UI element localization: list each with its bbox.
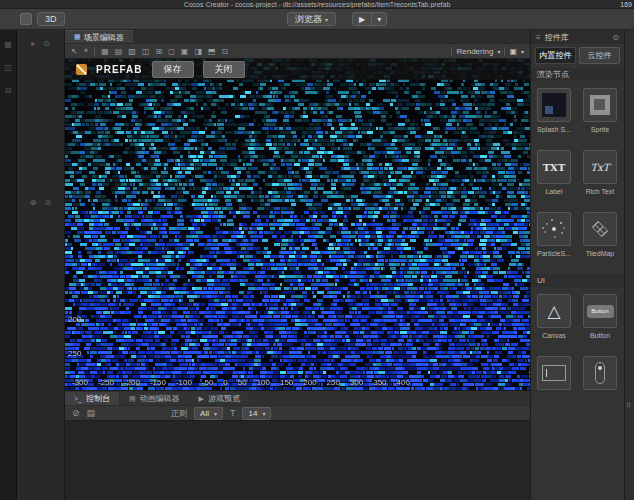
search-icon[interactable]: ⊙ [43, 39, 50, 48]
horizontal-ruler: -300 -250 -200 -150 -100 -50 0 50 100 15… [72, 378, 410, 387]
log-file-icon[interactable]: ▤ [87, 408, 96, 418]
add-node-icon[interactable]: ⊕ [30, 198, 37, 207]
canvas-icon: △ [537, 294, 571, 328]
ruler-label: -300 [72, 378, 88, 387]
font-size-select[interactable]: 14 ▾ [242, 407, 271, 420]
gizmo-rotation-icon[interactable]: ▤ [115, 47, 123, 56]
gizmo-rect-icon[interactable]: ◫ [142, 47, 150, 56]
scene-tab-label: 场景编辑器 [84, 32, 124, 43]
target-tool-icon[interactable]: ⌖ [84, 46, 89, 56]
play-icon: ▶ [199, 395, 204, 403]
3d-mode-button[interactable]: 3D [37, 12, 65, 26]
align-left-icon[interactable]: ◨ [194, 47, 202, 56]
tab-game-preview[interactable]: ▶ 游戏预览 [190, 392, 249, 405]
console-toolbar: ⊘ ▤ 正则 All ▾ T 14 ▾ [65, 405, 530, 421]
rendering-mode-label[interactable]: Rendering [456, 47, 493, 56]
search-icon[interactable]: ⊙ [45, 198, 52, 207]
ruler-label: -250 [98, 378, 114, 387]
ruler-label: 200 [68, 315, 81, 324]
widget-particle-system[interactable]: ParticleS... [531, 212, 577, 257]
widget-rich-text[interactable]: TxT Rich Text [577, 150, 623, 195]
console-output[interactable] [65, 421, 530, 500]
chevron-down-icon[interactable]: ▾ [372, 13, 386, 25]
scene-editor-panel: ▦ 场景编辑器 ↖ ⌖ ▦ ▤ ▧ ◫ ⊞ ◻ ▣ ◨ ⬒ ⊡ Renderin… [65, 30, 530, 390]
menu-icon[interactable]: ≡ [536, 33, 541, 42]
terminal-icon: >_ [74, 395, 82, 402]
ruler-label: -200 [124, 378, 140, 387]
scene-toolbar-right: Rendering ▾ ▣ ▾ [451, 47, 524, 56]
drag-handle-icon[interactable]: ⠿ [626, 402, 631, 410]
play-icon[interactable]: ▶ [353, 13, 371, 25]
pin-icon[interactable]: ⊙ [612, 33, 619, 42]
widget-button[interactable]: Button Button [577, 294, 623, 339]
scene-tabbar: ▦ 场景编辑器 [65, 30, 530, 43]
widget-library-panel: ≡ 控件库 ⊙ 内置控件 云控件 渲染节点 Splash S... Sprite… [530, 30, 624, 500]
clear-console-icon[interactable]: ⊘ [72, 408, 80, 418]
align-top-icon[interactable]: ⊞ [155, 47, 162, 56]
chevron-down-icon: ▾ [325, 16, 328, 23]
titlebar-counter: 169 [620, 0, 632, 9]
layers-icon[interactable] [20, 13, 32, 25]
rich-text-icon: TxT [583, 150, 617, 184]
tab-console[interactable]: >_ 控制台 [65, 392, 119, 405]
widget-tiled-map[interactable]: TiledMap [577, 212, 623, 257]
ruler-label: 200 [303, 378, 316, 387]
widget-label: Label [545, 188, 562, 195]
ruler-label: 50 [238, 378, 247, 387]
gizmo-scale-icon[interactable]: ▧ [128, 47, 136, 56]
tab-builtin-widgets[interactable]: 内置控件 [535, 47, 576, 64]
ruler-label: 250 [327, 378, 340, 387]
widget-canvas[interactable]: △ Canvas [531, 294, 577, 339]
scene-viewport[interactable]: PREFAB 保存 关闭 -300 -250 -200 -150 -100 -5… [65, 59, 530, 390]
widget-edit-box[interactable] [531, 356, 577, 390]
button-icon: Button [583, 294, 617, 328]
cursor-tool-icon[interactable]: ↖ [71, 47, 78, 56]
font-size-icon: T [230, 408, 236, 418]
prefab-save-button[interactable]: 保存 [152, 61, 194, 78]
collapse-panel-icon[interactable]: ⊟ [5, 86, 12, 95]
edit-box-icon [537, 356, 571, 390]
prefab-close-button[interactable]: 关闭 [203, 61, 245, 78]
ruler-label: 400 [397, 378, 410, 387]
widget-library-header: ≡ 控件库 ⊙ [531, 30, 624, 44]
console-tab-label: 控制台 [86, 393, 110, 404]
chevron-down-icon[interactable]: ▾ [497, 48, 500, 55]
columns-panel-icon[interactable]: ◫ [4, 63, 12, 72]
widget-label: Button [590, 332, 610, 339]
tiled-map-icon [583, 212, 617, 246]
ruler-label: 300 [350, 378, 363, 387]
camera-icon[interactable]: ▣ [509, 47, 517, 56]
prefab-mode-label: PREFAB [96, 64, 143, 75]
scene-viewport-canvas[interactable] [65, 59, 530, 390]
splash-icon [537, 88, 571, 122]
gizmo-position-icon[interactable]: ▦ [101, 47, 109, 56]
prefab-edit-bar: PREFAB 保存 关闭 [65, 59, 530, 80]
align-bottom-icon[interactable]: ▣ [181, 47, 189, 56]
chevron-down-icon[interactable]: ▾ [521, 48, 524, 55]
ruler-label: -100 [176, 378, 192, 387]
align-right-icon[interactable]: ⊡ [222, 47, 229, 56]
tab-scene-editor[interactable]: ▦ 场景编辑器 [65, 30, 133, 43]
align-vcenter-icon[interactable]: ◻ [168, 47, 175, 56]
chevron-down-icon: ▾ [214, 410, 217, 417]
widget-library-tabs: 内置控件 云控件 [531, 44, 624, 68]
widget-label: Splash S... [537, 126, 571, 133]
tab-animation-editor[interactable]: ▤ 动画编辑器 [120, 392, 189, 405]
log-filter-select[interactable]: All ▾ [194, 407, 223, 420]
widget-sprite[interactable]: Sprite [577, 88, 623, 133]
film-icon: ▤ [129, 395, 136, 403]
tab-cloud-widgets[interactable]: 云控件 [579, 47, 620, 64]
browser-preview-button[interactable]: 浏览器 ▾ [287, 12, 336, 26]
align-hcenter-icon[interactable]: ⬒ [208, 47, 216, 56]
regex-toggle-label[interactable]: 正则 [171, 408, 187, 419]
widget-slider[interactable] [577, 356, 623, 390]
expand-icon[interactable]: ▸ [31, 39, 35, 48]
sprite-icon [583, 88, 617, 122]
widget-splash[interactable]: Splash S... [531, 88, 577, 133]
section-ui: UI [531, 274, 624, 287]
grid-panel-icon[interactable]: ▦ [4, 40, 12, 49]
console-tabbar: >_ 控制台 ▤ 动画编辑器 ▶ 游戏预览 [65, 390, 530, 405]
widget-label-node[interactable]: TXT Label [531, 150, 577, 195]
preview-tab-label: 游戏预览 [208, 393, 240, 404]
ruler-label: 250 [68, 349, 81, 358]
